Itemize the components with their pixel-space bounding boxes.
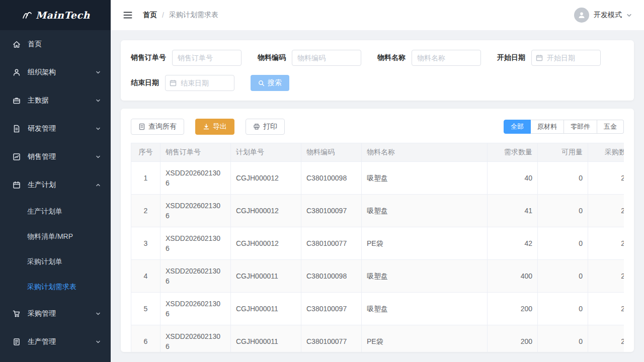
user-menu[interactable]: 开发模式 [574,8,632,23]
query-all-button[interactable]: 查询所有 [131,119,184,135]
filter-label: 开始日期 [497,53,525,62]
cell-material-code: C380100097 [301,195,362,227]
table-row[interactable]: 4 XSDD2026021306 CGJH000011 C380100098 吸… [131,260,624,293]
filter-material-code: 物料编码 [258,50,361,66]
sidebar-item-label: 研发管理 [28,124,56,133]
cell-plan-no: CGJH000011 [231,260,301,293]
sidebar-item-home[interactable]: 首页 [0,30,111,58]
cell-material-code: C380100097 [301,293,362,325]
table-row[interactable]: 2 XSDD2026021306 CGJH000012 C380100097 吸… [131,195,624,227]
cell-index: 2 [131,195,160,227]
category-filter-group: 全部 原材料 零部件 五金 [504,120,624,134]
cell-demand-qty: 400 [488,260,538,293]
chevron-down-icon [96,311,101,316]
sales-order-input[interactable] [172,50,242,66]
cell-available-qty: 0 [538,162,588,195]
sidebar-subitem-bom-mrp[interactable]: 物料清单/MRP [0,224,111,249]
cell-purchase-qty: 2 [588,325,624,352]
tab-parts[interactable]: 零部件 [564,120,597,134]
chevron-down-icon [96,339,101,344]
sidebar-subitem-purchase-plan-order[interactable]: 采购计划单 [0,249,111,275]
cell-available-qty: 0 [538,227,588,260]
col-sales-order: 销售订单号 [160,143,231,162]
print-button[interactable]: 打印 [246,119,285,135]
cell-material-name: 吸塑盘 [362,260,488,293]
page-content: 销售订单号 物料编码 物料名称 开始日期 [111,30,644,362]
table-row[interactable]: 5 XSDD2026021306 CGJH000011 C380100097 吸… [131,293,624,325]
col-purchase-qty: 采购数量 [588,143,624,162]
material-name-input[interactable] [412,50,481,66]
sidebar-item-label: 组织架构 [28,68,56,77]
main-area: 首页 / 采购计划需求表 开发模式 销售订单号 [111,0,644,362]
cell-available-qty: 0 [538,260,588,293]
sidebar-item-label: 销售管理 [28,152,56,161]
home-icon [12,40,21,49]
sidebar-item-rd-management[interactable]: 研发管理 [0,115,111,143]
table-row[interactable]: 3 XSDD2026021306 CGJH000012 C380100077 P… [131,227,624,260]
search-button[interactable]: 搜索 [251,75,289,91]
cell-material-name: PE袋 [362,227,488,260]
tab-raw-material[interactable]: 原材料 [531,120,564,134]
filter-material-name: 物料名称 [377,50,481,66]
cell-sales-order: XSDD2026021306 [160,293,231,325]
app-logo: MainTech [0,0,111,30]
sidebar-item-production-plan[interactable]: 生产计划 [0,171,111,199]
sidebar-subitem-label: 物料清单/MRP [27,232,73,241]
sidebar-item-organization[interactable]: 组织架构 [0,58,111,86]
sidebar-subitem-label: 采购计划需求表 [27,283,76,292]
cell-plan-no: CGJH000012 [231,227,301,260]
sidebar-item-label: 生产管理 [28,337,56,346]
sidebar-item-sales-management[interactable]: 销售管理 [0,143,111,171]
breadcrumb-current: 采购计划需求表 [169,11,218,20]
sidebar-subitem-production-plan-order[interactable]: 生产计划单 [0,199,111,224]
cell-plan-no: CGJH000012 [231,195,301,227]
cell-demand-qty: 200 [488,325,538,352]
breadcrumb-home[interactable]: 首页 [143,11,157,20]
chevron-down-icon [96,126,101,131]
chevron-down-icon [96,154,101,159]
filter-label: 物料编码 [258,53,286,62]
material-code-input[interactable] [292,50,361,66]
sidebar-item-purchase-management[interactable]: 采购管理 [0,300,111,328]
cell-material-code: C380100098 [301,162,362,195]
cell-purchase-qty: 2 [588,162,624,195]
results-panel: 查询所有 导出 打印 全部 原材料 零部件 五金 [121,109,634,352]
calendar-icon [12,180,21,190]
table-row[interactable]: 6 XSDD2026021306 CGJH000011 C380100077 P… [131,325,624,352]
top-header: 首页 / 采购计划需求表 开发模式 [111,0,644,30]
filter-start-date: 开始日期 [497,50,601,66]
cell-demand-qty: 41 [488,195,538,227]
sidebar-item-label: 首页 [28,40,42,49]
cell-available-qty: 0 [538,293,588,325]
col-plan-no: 计划单号 [231,143,301,162]
query-all-label: 查询所有 [148,122,177,131]
sidebar-item-master-data[interactable]: 主数据 [0,86,111,115]
document-icon [12,124,21,133]
document-icon [138,123,145,130]
cell-material-code: C380100098 [301,260,362,293]
hamburger-menu-icon[interactable] [123,10,133,20]
cell-purchase-qty: 2 [588,260,624,293]
tab-all[interactable]: 全部 [504,120,531,134]
sidebar-subitem-purchase-plan-demand[interactable]: 采购计划需求表 [0,275,111,300]
export-button[interactable]: 导出 [195,119,234,135]
tab-hardware[interactable]: 五金 [597,120,624,134]
avatar [574,8,589,23]
cell-available-qty: 0 [538,325,588,352]
sidebar-item-label: 采购管理 [28,309,56,318]
logo-swoosh-icon [22,10,32,20]
cell-plan-no: CGJH000011 [231,325,301,352]
printer-icon [253,123,260,130]
chevron-down-icon [626,13,632,18]
filter-label: 物料名称 [377,53,406,62]
cell-demand-qty: 42 [488,227,538,260]
table-row[interactable]: 1 XSDD2026021306 CGJH000012 C380100098 吸… [131,162,624,195]
download-icon [203,123,210,130]
sidebar-item-production-management[interactable]: 生产管理 [0,328,111,356]
search-button-label: 搜索 [268,78,282,87]
demand-table: 序号 销售订单号 计划单号 物料编码 物料名称 需求数量 可用量 采购数量 [131,143,624,352]
cell-sales-order: XSDD2026021306 [160,325,231,352]
sidebar-subitem-label: 采购计划单 [27,257,62,266]
briefcase-icon [12,96,21,105]
calendar-icon [170,79,177,86]
